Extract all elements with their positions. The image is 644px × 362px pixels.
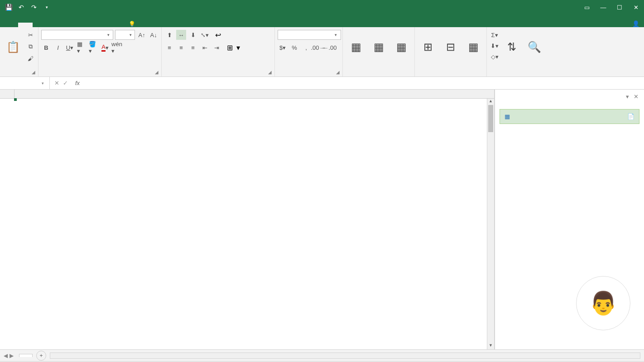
increase-indent-button[interactable]: ⇥ — [211, 43, 221, 52]
horizontal-scrollbar[interactable] — [50, 352, 640, 359]
border-button[interactable]: ▦ ▾ — [77, 43, 87, 52]
tab-data[interactable] — [76, 23, 91, 27]
pane-close-icon[interactable]: ✕ — [634, 93, 639, 100]
tell-me-box[interactable]: 💡 — [129, 21, 138, 27]
orientation-button[interactable]: ⤡▾ — [200, 30, 210, 40]
copy-button[interactable]: ⧉ — [25, 42, 35, 52]
accounting-button[interactable]: $▾ — [278, 43, 288, 52]
number-format-input[interactable] — [278, 32, 332, 38]
bold-button[interactable]: B — [41, 43, 51, 52]
vertical-scrollbar[interactable]: ▲ ▼ — [487, 99, 494, 349]
comma-button[interactable]: , — [301, 43, 311, 52]
wrap-text-button[interactable]: ↩ — [215, 31, 223, 39]
number-dialog-icon[interactable]: ◢ — [336, 70, 340, 75]
query-item[interactable]: ▦ 📄 — [500, 109, 639, 124]
sort-filter-button[interactable]: ⇅ — [501, 30, 522, 66]
quick-access-toolbar: 💾 ↶ ↷ ▾ — [0, 1, 53, 13]
close-button[interactable]: ✕ — [628, 0, 644, 14]
font-name-dropdown[interactable]: ▾ — [41, 30, 113, 40]
find-select-button[interactable]: 🔍 — [524, 30, 545, 66]
delete-cells-button[interactable]: ⊟ — [440, 30, 461, 66]
styles-group-label — [346, 74, 412, 76]
cancel-formula-button[interactable]: ✕ — [54, 80, 59, 86]
merge-center-button[interactable]: ⊞ ▾ — [227, 43, 240, 52]
qat-dropdown[interactable]: ▾ — [41, 1, 53, 13]
scroll-down-icon[interactable]: ▼ — [487, 343, 494, 349]
align-left-button[interactable]: ≡ — [164, 43, 174, 52]
scroll-up-icon[interactable]: ▲ — [487, 99, 494, 105]
tab-layout[interactable] — [47, 23, 62, 27]
underline-button[interactable]: U ▾ — [65, 43, 75, 52]
cells-group-label — [418, 74, 484, 76]
formula-input[interactable] — [82, 80, 644, 86]
tab-formulas[interactable] — [62, 23, 76, 27]
enter-formula-button[interactable]: ✓ — [63, 80, 68, 86]
autosum-button[interactable]: Σ▾ — [490, 30, 500, 40]
increase-font-button[interactable]: A↑ — [137, 30, 147, 40]
tab-view[interactable] — [105, 23, 120, 27]
sheet-area: ▲ ▼ — [0, 90, 495, 349]
save-button[interactable]: 💾 — [3, 1, 14, 13]
undo-button[interactable]: ↶ — [15, 1, 27, 13]
tab-insert[interactable] — [33, 23, 47, 27]
query-peek-icon[interactable]: 📄 — [627, 113, 634, 120]
font-size-input[interactable] — [115, 32, 127, 38]
name-box-input[interactable] — [0, 80, 40, 86]
sort-icon: ⇅ — [507, 41, 516, 53]
decrease-decimal-button[interactable]: ←.00 — [325, 43, 335, 52]
align-center-button[interactable]: ≡ — [176, 43, 186, 52]
increase-decimal-button[interactable]: .00→ — [313, 43, 323, 52]
align-bottom-button[interactable]: ⬇ — [188, 30, 198, 40]
number-format-dropdown[interactable]: ▾ — [278, 30, 341, 40]
maximize-button[interactable]: ☐ — [611, 0, 628, 14]
decrease-font-button[interactable]: A↓ — [149, 30, 159, 40]
conditional-format-button[interactable]: ▦ — [346, 30, 366, 66]
paste-button[interactable]: 📋 — [3, 30, 24, 66]
phonetic-button[interactable]: wén ▾ — [112, 43, 122, 52]
sheet-tab-sheet1[interactable] — [19, 354, 33, 357]
italic-button[interactable]: I — [53, 43, 63, 52]
ribbon-tabs: 💡 👤 — [0, 14, 644, 27]
align-middle-button[interactable]: ↔ — [176, 30, 186, 40]
fx-icon[interactable]: fx — [72, 80, 82, 86]
insert-cells-button[interactable]: ⊞ — [418, 30, 438, 66]
add-sheet-button[interactable]: + — [36, 351, 46, 361]
pane-header: ▾ ✕ — [495, 90, 644, 104]
cell-styles-button[interactable]: ▦ — [391, 30, 412, 66]
align-right-button[interactable]: ≡ — [188, 43, 198, 52]
font-dialog-icon[interactable]: ◢ — [155, 70, 159, 75]
ribbon-options-button[interactable]: ▭ — [579, 0, 595, 14]
format-table-button[interactable]: ▦ — [368, 30, 389, 66]
font-name-input[interactable] — [42, 32, 105, 38]
fill-button[interactable]: ⬇▾ — [490, 41, 500, 51]
column-headers — [0, 90, 494, 99]
tab-home[interactable] — [18, 23, 33, 27]
cell-styles-icon: ▦ — [396, 41, 407, 53]
font-size-dropdown[interactable]: ▾ — [115, 30, 135, 40]
font-color-button[interactable]: A▾ — [100, 43, 110, 52]
name-box[interactable]: ▾ — [0, 77, 50, 89]
clear-button[interactable]: ◇▾ — [490, 52, 500, 62]
tab-review[interactable] — [91, 23, 105, 27]
align-top-button[interactable]: ⬆ — [164, 30, 174, 40]
format-cells-button[interactable]: ▦ — [463, 30, 484, 66]
share-button[interactable]: 👤 — [632, 20, 639, 27]
tab-file[interactable] — [4, 23, 18, 27]
cut-button[interactable]: ✂ — [25, 30, 35, 40]
main-area: ▲ ▼ ▾ ✕ ▦ 📄 👨 — [0, 90, 644, 349]
select-all-corner[interactable] — [0, 90, 14, 98]
scroll-thumb[interactable] — [488, 105, 493, 132]
group-styles: ▦ ▦ ▦ — [343, 27, 415, 76]
delete-icon: ⊟ — [446, 41, 455, 53]
sheet-nav[interactable]: ◀▶ — [0, 352, 17, 359]
alignment-dialog-icon[interactable]: ◢ — [268, 70, 272, 75]
clipboard-dialog-icon[interactable]: ◢ — [32, 70, 35, 75]
redo-button[interactable]: ↷ — [28, 1, 40, 13]
minimize-button[interactable]: — — [595, 0, 611, 14]
decrease-indent-button[interactable]: ⇤ — [200, 43, 210, 52]
pane-options-icon[interactable]: ▾ — [626, 93, 629, 100]
format-painter-button[interactable]: 🖌 — [25, 53, 35, 63]
group-editing: Σ▾ ⬇▾ ◇▾ ⇅ 🔍 — [487, 27, 548, 76]
percent-button[interactable]: % — [289, 43, 299, 52]
fill-color-button[interactable]: 🪣▾ — [88, 43, 98, 52]
